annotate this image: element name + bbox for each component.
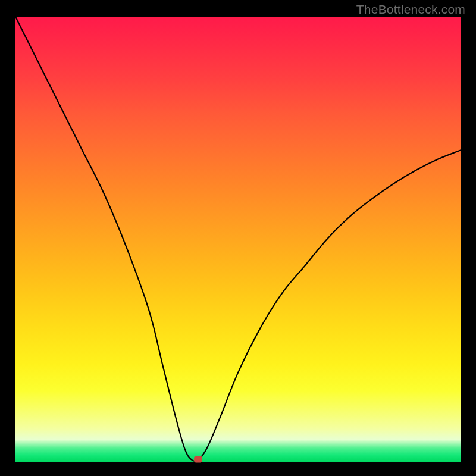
chart-container: TheBottleneck.com: [0, 0, 476, 476]
curve-svg: [15, 17, 461, 462]
minimum-marker: [194, 456, 202, 463]
plot-area: [15, 17, 461, 462]
watermark-text: TheBottleneck.com: [356, 2, 465, 17]
bottleneck-curve: [15, 17, 461, 461]
